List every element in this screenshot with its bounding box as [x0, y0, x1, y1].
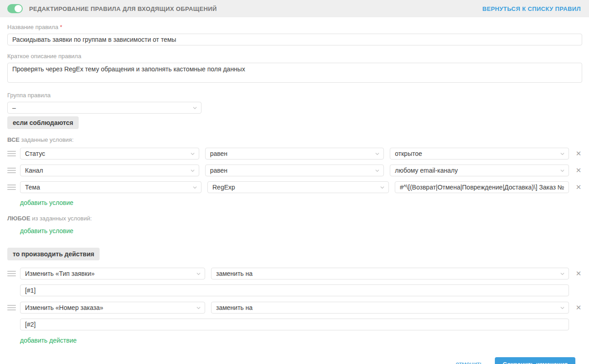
remove-action-button[interactable]: ✕ — [575, 270, 582, 277]
condition-row: Тема RegExp ✕ — [7, 181, 582, 193]
drag-handle-icon[interactable] — [7, 151, 16, 156]
condition-field-select[interactable]: Канал — [20, 165, 199, 176]
add-condition-link[interactable]: добавить условие — [20, 227, 73, 234]
drag-handle-icon[interactable] — [7, 305, 16, 310]
chevron-down-icon — [560, 306, 564, 310]
chevron-down-icon — [191, 169, 195, 173]
chevron-down-icon — [560, 169, 564, 173]
chevron-down-icon — [193, 106, 197, 110]
form-footer: отменить Сохранить изменения — [7, 353, 582, 364]
if-conditions-badge: если соблюдаются — [7, 116, 79, 129]
any-conditions-label: ЛЮБОЕ из заданных условий: — [7, 215, 582, 222]
chevron-down-icon — [196, 272, 201, 276]
chevron-down-icon — [191, 152, 195, 156]
action-value-input[interactable] — [20, 284, 569, 296]
toggle-knob — [15, 5, 22, 12]
back-to-rules-link[interactable]: ВЕРНУТЬСЯ К СПИСКУ ПРАВИЛ — [482, 5, 581, 12]
rule-group-select[interactable]: – — [7, 102, 201, 114]
chevron-down-icon — [375, 169, 379, 173]
action-row: Изменить «Тип заявки» заменить на ✕ — [7, 268, 582, 279]
rule-group-value: – — [12, 104, 16, 111]
chevron-down-icon — [380, 185, 384, 189]
chevron-down-icon — [196, 306, 201, 310]
remove-condition-button[interactable]: ✕ — [575, 167, 582, 174]
remove-condition-button[interactable]: ✕ — [575, 184, 582, 191]
remove-condition-button[interactable]: ✕ — [575, 150, 582, 157]
action-type-select[interactable]: Изменить «Тип заявки» — [20, 268, 205, 279]
drag-handle-icon[interactable] — [7, 168, 16, 173]
condition-field-select[interactable]: Статус — [20, 148, 199, 160]
action-value-input[interactable] — [20, 319, 569, 330]
condition-operator-select[interactable]: RegExp — [207, 181, 389, 193]
action-operator-select[interactable]: заменить на — [211, 268, 569, 279]
action-operator-select[interactable]: заменить на — [211, 302, 569, 314]
rule-name-label: Название правила * — [7, 24, 582, 30]
chevron-down-icon — [560, 272, 564, 276]
rule-group-label: Группа правила — [7, 92, 582, 99]
rule-description-label: Краткое описание правила — [7, 53, 582, 60]
rule-name-input[interactable] — [7, 34, 582, 45]
required-asterisk: * — [60, 24, 62, 30]
add-action-link[interactable]: добавить действие — [20, 337, 77, 344]
action-row: Изменить «Номер заказа» заменить на ✕ — [7, 302, 582, 314]
action-type-select[interactable]: Изменить «Номер заказа» — [20, 302, 205, 314]
chevron-down-icon — [193, 185, 197, 189]
page-title: РЕДАКТИРОВАНИЕ ПРАВИЛА ДЛЯ ВХОДЯЩИХ ОБРА… — [29, 5, 217, 12]
chevron-down-icon — [375, 152, 379, 156]
page-header: РЕДАКТИРОВАНИЕ ПРАВИЛА ДЛЯ ВХОДЯЩИХ ОБРА… — [0, 0, 589, 17]
cancel-button[interactable]: отменить — [456, 360, 483, 364]
drag-handle-icon[interactable] — [7, 271, 16, 276]
condition-row: Канал равен любому email-каналу ✕ — [7, 165, 582, 176]
condition-field-select[interactable]: Тема — [20, 181, 201, 193]
drag-handle-icon[interactable] — [7, 184, 16, 190]
rule-form: Название правила * Краткое описание прав… — [0, 17, 589, 364]
condition-value-select[interactable]: открытое — [390, 148, 569, 160]
condition-operator-select[interactable]: равен — [205, 148, 384, 160]
condition-regex-input[interactable] — [395, 181, 569, 193]
add-condition-link[interactable]: добавить условие — [20, 199, 73, 206]
save-button[interactable]: Сохранить изменения — [495, 357, 575, 364]
condition-value-select[interactable]: любому email-каналу — [390, 165, 569, 176]
condition-operator-select[interactable]: равен — [205, 165, 384, 176]
all-conditions-label: ВСЕ заданные условия: — [7, 136, 582, 143]
chevron-down-icon — [560, 152, 564, 156]
remove-action-button[interactable]: ✕ — [575, 304, 582, 311]
condition-row: Статус равен открытое ✕ — [7, 148, 582, 160]
rule-enabled-toggle[interactable] — [7, 4, 23, 13]
then-actions-badge: то производить действия — [7, 248, 100, 260]
rule-description-textarea[interactable]: Проверять через RegEx тему обращения и з… — [7, 63, 582, 83]
